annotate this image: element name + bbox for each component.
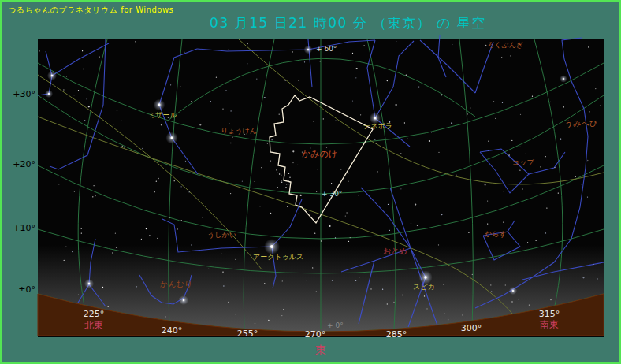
star: [82, 50, 83, 51]
star: [136, 286, 137, 287]
star: [495, 118, 496, 119]
grid-coordinate-label: + 60°: [316, 45, 337, 53]
star: [550, 102, 551, 102]
star: [400, 153, 401, 154]
star: [452, 44, 452, 45]
star: [396, 104, 397, 106]
star: [575, 176, 576, 177]
bright-star: [88, 283, 90, 284]
star: [600, 105, 601, 106]
star: [535, 240, 536, 241]
constellation-name-label: りょうけん: [221, 127, 257, 135]
constellation-name-label: かみのけ: [302, 149, 337, 159]
star: [527, 242, 528, 243]
star: [181, 220, 182, 221]
star: [261, 167, 262, 168]
star: [595, 88, 596, 89]
planetarium-window: つるちゃんのプラネタリウム for Windows 03 月15 日21 時00…: [0, 0, 621, 364]
star: [329, 225, 330, 227]
star: [429, 140, 430, 142]
star: [318, 169, 318, 170]
star: [348, 173, 349, 173]
star: [259, 206, 260, 206]
star: [355, 77, 356, 78]
star: [255, 181, 255, 182]
constellation-name-label: うみへび: [565, 119, 598, 128]
star: [529, 304, 530, 305]
star: [356, 68, 358, 69]
star: [210, 101, 211, 102]
bright-star: [512, 290, 514, 292]
star: [307, 280, 307, 280]
star: [63, 89, 64, 90]
star: [418, 87, 419, 88]
star: [264, 283, 265, 284]
star-cluster-star: [279, 173, 280, 174]
star: [298, 80, 299, 80]
star: [331, 183, 332, 184]
star: [165, 316, 165, 317]
star: [236, 314, 236, 314]
star: [177, 228, 177, 229]
star: [116, 247, 117, 247]
bright-star-ミザール: [158, 104, 161, 106]
star: [352, 53, 353, 54]
star: [125, 147, 125, 148]
star-name-label: ミザール: [148, 111, 177, 119]
star: [406, 75, 407, 76]
star: [355, 280, 356, 281]
azimuth-scale-label: 240°: [162, 325, 183, 336]
star: [170, 84, 171, 85]
star: [184, 52, 184, 53]
star: [348, 241, 349, 242]
azimuth-scale-label: 300°: [461, 323, 482, 333]
star: [441, 94, 442, 95]
grid-coordinate-label: + 30°: [322, 190, 342, 198]
star: [39, 50, 39, 51]
star: [232, 137, 232, 138]
star: [323, 118, 324, 119]
star: [467, 113, 468, 114]
star: [78, 90, 79, 91]
constellation-name-label: うしかい: [207, 231, 236, 239]
star: [83, 69, 84, 69]
star: [313, 121, 314, 121]
star-cluster-star: [288, 173, 289, 174]
star: [149, 235, 150, 236]
star: [335, 237, 336, 238]
star: [165, 165, 166, 165]
star: [247, 43, 247, 44]
star: [417, 225, 418, 226]
bright-star-デネボラ: [374, 117, 377, 120]
star: [400, 188, 401, 189]
star: [496, 169, 496, 169]
star: [169, 217, 169, 218]
star: [502, 102, 503, 103]
star: [230, 193, 231, 194]
star: [359, 195, 359, 196]
star: [255, 323, 255, 324]
star: [431, 132, 432, 132]
star: [532, 96, 533, 97]
azimuth-scale-label: 285°: [386, 329, 407, 340]
direction-label: 北東: [84, 320, 103, 331]
star: [202, 217, 203, 217]
star: [270, 160, 271, 161]
star: [519, 147, 520, 147]
star: [283, 309, 284, 310]
bright-star: [563, 78, 564, 80]
grid-coordinate-label: + 0°: [327, 321, 344, 329]
star: [304, 61, 305, 62]
star: [462, 314, 463, 315]
star: [316, 191, 317, 192]
star: [225, 90, 226, 91]
star: [468, 232, 469, 233]
chart-date-title: 03 月15 日21 時00 分 （東京） の 星空: [2, 14, 619, 32]
star: [340, 54, 340, 54]
star: [221, 253, 221, 254]
star: [81, 228, 82, 229]
star: [588, 46, 589, 47]
star: [66, 76, 67, 76]
star-chart[interactable]: + 60°+ 30°+ 0°ミザールデネボラアークトゥルススピカりょうけんかみの…: [38, 39, 604, 337]
star: [229, 123, 230, 124]
